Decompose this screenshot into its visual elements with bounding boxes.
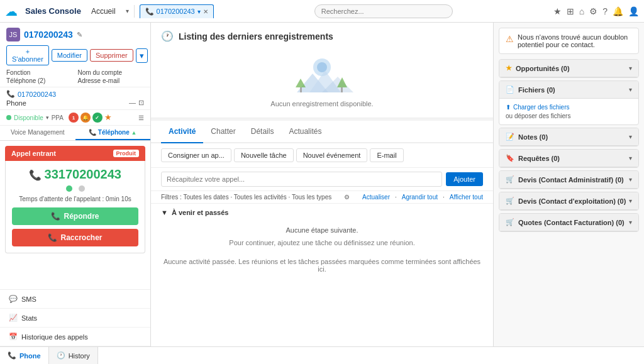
contact-name[interactable]: 0170200243 [24,30,73,40]
contact-fields: Fonction Nom du compte Téléphone (2) Adr… [6,69,144,84]
user-avatar[interactable]: 👤 [628,6,639,16]
email-button[interactable]: E-mail [370,148,403,162]
badge-1: 1 [69,113,79,123]
status-dot [6,115,11,120]
chevron-down-icon: ▾ [629,133,632,140]
voice-management-tab[interactable]: Voice Management [0,126,75,140]
ajouter-button[interactable]: Ajouter [446,172,483,186]
listing-illustration [284,55,360,99]
status-label[interactable]: Disponible [14,114,43,121]
avenir-sub: Pour continuer, ajoutez une tâche ou déf… [161,239,483,246]
contact-icon: JS [6,28,20,41]
tab-actualites[interactable]: Actualités [281,121,329,143]
home-tab[interactable]: Accueil [86,7,121,16]
help-icon[interactable]: ? [602,6,608,16]
requests-title: 🔖 Requêtes (0) [506,154,560,162]
files-header[interactable]: 📄 Fichiers (0) ▾ [499,81,638,99]
delete-button[interactable]: Supprimer [90,49,133,62]
chevron-down-icon[interactable]: ▾ [126,8,129,14]
wifi-icon: ▲ [131,130,137,136]
history-tab[interactable]: 📅 Historique des appels [0,328,150,346]
badge-star: ★ [104,113,112,123]
contact-title: JS 0170200243 ✎ [6,28,144,41]
ppa-label: PPA [52,114,64,121]
stats-tab[interactable]: 📈 Stats [0,309,150,328]
expand-icon[interactable]: ⊡ [138,99,144,107]
tab-chatter[interactable]: Chatter [203,121,243,143]
bell-icon[interactable]: 🔔 [613,6,623,16]
devis-admin-title: 🛒 Devis (Contact Administratif) (0) [506,175,624,184]
grid-icon[interactable]: ⊞ [567,6,574,16]
listing-title-text: Listing des derniers enregistrements [179,31,333,41]
produit-badge: Produit [113,150,140,157]
bottom-tabs: 💬 SMS 📈 Stats 📅 Historique des appels [0,289,150,346]
phone-number[interactable]: 0170200243 [18,91,56,98]
nav-icons: ★ ⊞ ⌂ ⚙ ? 🔔 👤 [553,6,639,16]
status-chevron[interactable]: ▾ [46,114,49,121]
menu-icon[interactable]: ☰ [138,114,144,121]
activity-tabs: Activité Chatter Détails Actualités [151,121,493,143]
log-call-button[interactable]: Consigner un ap... [161,148,231,162]
filter-bar: Filtres : Toutes les dates · Toutes les … [151,191,493,204]
sms-tab[interactable]: 💬 SMS [0,290,150,309]
settings-icon[interactable]: ⚙ [589,6,597,16]
function-label: Fonction [6,69,73,76]
search-input[interactable] [314,4,453,18]
avenir-title: À venir et passés [172,209,229,216]
subscribe-button[interactable]: + S'abonner [6,45,49,65]
open-tab[interactable]: 📞 0170200243 ▾ ✕ [140,4,214,18]
phone-tab[interactable]: 📞 Téléphone ▲ [75,126,151,140]
upload-link[interactable]: ⬆ Charger des fichiers [506,104,632,111]
left-panel: JS 0170200243 ✎ + S'abonner Modifier Sup… [0,23,151,346]
wait-time: Temps d'attente de l'appelant : 0min 10s [12,196,138,202]
chevron-down-icon: ▾ [629,86,632,93]
dot-green [66,185,72,192]
calendar-icon: 📅 [9,333,18,341]
activity-section: Activité Chatter Détails Actualités Cons… [151,121,493,346]
devis-admin-header[interactable]: 🛒 Devis (Contact Administratif) (0) ▾ [499,171,638,189]
refresh-link[interactable]: Actualiser [362,194,390,201]
notes-header[interactable]: 📝 Notes (0) ▾ [499,128,638,146]
main-layout: JS 0170200243 ✎ + S'abonner Modifier Sup… [0,23,644,346]
quotes-header[interactable]: 🛒 Quotes (Contact Facturation) (0) ▾ [499,214,638,231]
phone-tab-icon: 📞 [145,8,154,16]
home-icon[interactable]: ⌂ [579,6,584,16]
answer-button[interactable]: 📞 Répondre [12,207,138,225]
stats-icon: 📈 [9,314,18,322]
chevron-down-icon[interactable]: ▾ [197,8,201,15]
tab-activite[interactable]: Activité [161,121,203,143]
listing-section: 🕐 Listing des derniers enregistrements [151,23,493,118]
opportunities-header[interactable]: ★ Opportunités (0) ▾ [499,60,638,77]
star-icon[interactable]: ★ [553,6,562,16]
tab-details[interactable]: Détails [243,121,282,143]
expand-all-link[interactable]: Agrandir tout [402,194,438,201]
bottom-phone-tab[interactable]: 📞 Phone [0,347,49,364]
recap-input[interactable] [161,172,442,187]
tag-icon: 🔖 [506,154,514,162]
contact-edit-icon[interactable]: ✎ [77,31,82,39]
edit-button[interactable]: Modifier [52,49,87,62]
status-bar: Disponible ▾ PPA 1 🔔 ✓ ★ ☰ [0,110,150,126]
activity-past: Aucune activité passée. Les réunions et … [161,258,483,273]
incoming-call-label: Appel entrant [11,150,56,157]
bottom-history-tab[interactable]: 🕐 History [49,347,98,364]
nav-divider [134,5,135,18]
badge-3: ✓ [92,113,103,123]
opportunities-section: ★ Opportunités (0) ▾ [499,59,639,78]
close-tab-button[interactable]: ✕ [203,8,208,15]
new-event-button[interactable]: Nouvel événement [296,148,368,162]
avenir-header[interactable]: ▼ À venir et passés [161,209,483,216]
notes-title: 📝 Notes (0) [506,133,548,141]
hangup-button[interactable]: 📞 Raccrocher [12,229,138,246]
show-all-link[interactable]: Afficher tout [450,194,483,201]
minimize-icon[interactable]: — [129,99,136,107]
requests-header[interactable]: 🔖 Requêtes (0) ▾ [499,150,638,167]
sms-icon: 💬 [9,295,18,303]
svg-marker-6 [296,79,306,87]
contact-actions: + S'abonner Modifier Supprimer ▾ [6,45,144,65]
devis-exploit-header[interactable]: 🛒 Devis (Contact d'exploitation) (0) ▾ [499,192,638,210]
files-section: 📄 Fichiers (0) ▾ ⬆ Charger des fichiers … [499,80,639,125]
new-task-button[interactable]: Nouvelle tâche [234,148,294,162]
more-actions-button[interactable]: ▾ [136,48,148,63]
gear-icon[interactable]: ⚙ [344,194,350,201]
